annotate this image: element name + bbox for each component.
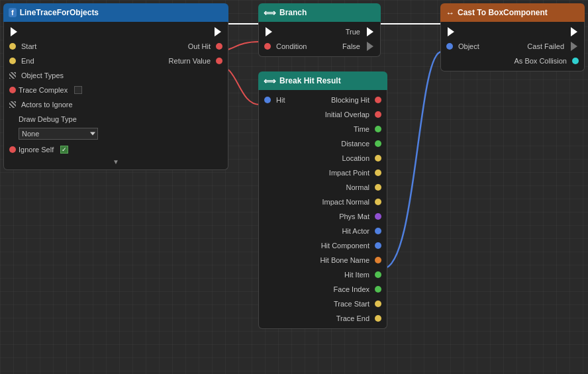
distance-label: Distance (341, 140, 369, 148)
trace-complex-label: Trace Complex (19, 86, 68, 94)
trace-start-row: Trace Start (259, 297, 387, 311)
impact-normal-label: Impact Normal (322, 198, 369, 206)
trace-start-label: Trace Start (334, 300, 369, 308)
actors-ignore-row: Actors to Ignore (4, 97, 228, 112)
branch-exec-in[interactable] (264, 27, 273, 36)
node-line-trace-body: Start Out Hit End Return Value (3, 22, 228, 170)
hit-blockingHit-row: Hit Blocking Hit (259, 93, 387, 107)
cast-exec-in[interactable] (446, 27, 456, 36)
hit-item-pin[interactable] (375, 271, 381, 278)
branch-false-out[interactable] (366, 42, 375, 51)
normal-label: Normal (346, 183, 369, 191)
impact-point-pin[interactable] (375, 169, 381, 176)
node-cast-to-box-header: ↔ Cast To BoxComponent (440, 3, 585, 22)
cast-exec-out[interactable] (569, 27, 579, 36)
trace-complex-checkbox[interactable] (74, 86, 82, 94)
phys-mat-row: Phys Mat (259, 209, 387, 224)
impact-point-label: Impact Point (329, 169, 369, 177)
initial-overlap-pin[interactable] (375, 111, 381, 118)
object-types-row: Object Types (4, 68, 228, 83)
trace-complex-pin[interactable] (9, 87, 16, 93)
branch-condition-false-row: Condition False (259, 39, 380, 54)
expand-button[interactable]: ▼ (4, 157, 228, 167)
node-break-hit-body: Hit Blocking Hit Initial Overlap Time Di… (258, 90, 387, 329)
blocking-hit-label: Blocking Hit (331, 96, 369, 104)
phys-mat-label: Phys Mat (339, 212, 369, 220)
impact-normal-pin[interactable] (375, 199, 381, 205)
hit-component-row: Hit Component (259, 238, 387, 253)
ignore-self-pin[interactable] (9, 146, 16, 153)
as-box-pin[interactable] (572, 58, 579, 64)
draw-debug-label-row: Draw Debug Type (4, 112, 228, 126)
start-label: Start (21, 42, 36, 50)
impact-normal-row: Impact Normal (259, 195, 387, 209)
distance-pin[interactable] (375, 140, 381, 147)
normal-pin[interactable] (375, 184, 381, 191)
draw-debug-dropdown[interactable]: None (19, 128, 98, 140)
trace-end-row: Trace End (259, 311, 387, 326)
node-branch-title: Branch (279, 8, 307, 17)
phys-mat-pin[interactable] (375, 213, 381, 220)
outhit-pin[interactable] (216, 43, 222, 50)
impact-point-row: Impact Point (259, 165, 387, 180)
draw-debug-dropdown-row: None (4, 126, 228, 142)
distance-row: Distance (259, 136, 387, 151)
node-break-hit-title: Break Hit Result (279, 76, 341, 85)
ignore-self-row: Ignore Self ✓ (4, 142, 228, 157)
normal-row: Normal (259, 180, 387, 195)
cast-failed-pin[interactable] (569, 42, 579, 51)
hit-actor-row: Hit Actor (259, 224, 387, 238)
trace-start-pin[interactable] (375, 301, 381, 307)
initial-overlap-row: Initial Overlap (259, 107, 387, 122)
node-cast-to-box-body: Object Cast Failed As Box Collision (440, 22, 585, 71)
trace-end-pin[interactable] (375, 315, 381, 322)
start-pin[interactable] (9, 43, 16, 50)
end-label: End (21, 57, 34, 65)
end-pin[interactable] (9, 58, 16, 64)
true-label: True (346, 28, 360, 36)
time-pin[interactable] (375, 126, 381, 132)
false-label: False (342, 42, 360, 50)
hit-bone-name-pin[interactable] (375, 257, 381, 263)
trace-complex-row: Trace Complex (4, 83, 228, 97)
hit-item-row: Hit Item (259, 267, 387, 282)
hit-label: Hit (276, 96, 285, 104)
hit-pin[interactable] (264, 97, 271, 103)
location-pin[interactable] (375, 155, 381, 162)
trace-end-label: Trace End (336, 314, 369, 322)
exec-out-pin[interactable] (213, 27, 222, 36)
branch-icon: ⟺ (264, 8, 276, 18)
cast-object-failed-row: Object Cast Failed (441, 39, 584, 54)
hit-bone-name-row: Hit Bone Name (259, 253, 387, 267)
object-label: Object (458, 42, 479, 50)
node-branch-header: ⟺ Branch (258, 3, 381, 22)
location-label: Location (342, 154, 369, 162)
location-row: Location (259, 151, 387, 165)
cast-exec-row (441, 24, 584, 39)
face-index-label: Face Index (334, 285, 369, 293)
branch-exec-true-row: True (259, 24, 380, 39)
start-outhit-row: Start Out Hit (4, 39, 228, 54)
time-row: Time (259, 122, 387, 136)
blocking-hit-pin[interactable] (375, 97, 381, 103)
node-branch: ⟺ Branch True Condition (258, 3, 381, 57)
hit-actor-pin[interactable] (375, 228, 381, 234)
hit-item-label: Hit Item (344, 271, 369, 279)
hit-component-pin[interactable] (375, 242, 381, 249)
branch-true-out[interactable] (366, 27, 375, 36)
node-line-trace-header: f LineTraceForObjects (3, 3, 228, 22)
draw-debug-label: Draw Debug Type (19, 115, 77, 123)
returnvalue-pin[interactable] (216, 58, 222, 64)
ignore-self-label: Ignore Self (19, 146, 54, 154)
cast-icon: ↔ (446, 8, 454, 18)
as-box-label: As Box Collision (514, 57, 567, 65)
face-index-pin[interactable] (375, 286, 381, 293)
as-box-row: As Box Collision (441, 54, 584, 68)
object-pin[interactable] (446, 43, 453, 50)
condition-pin[interactable] (264, 43, 271, 50)
exec-in-pin[interactable] (9, 27, 19, 36)
ignore-self-checkbox[interactable]: ✓ (60, 146, 68, 154)
draw-debug-dropdown-wrapper: None (19, 128, 98, 140)
node-line-trace: f LineTraceForObjects Start Out H (3, 3, 228, 170)
exec-row (4, 24, 228, 39)
